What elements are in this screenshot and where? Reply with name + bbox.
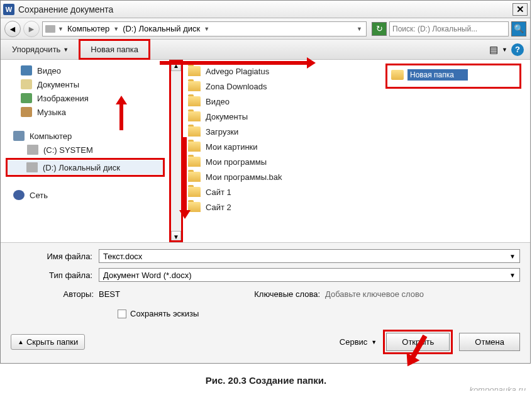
folder-icon bbox=[188, 142, 201, 152]
folder-icon bbox=[391, 70, 404, 80]
music-icon bbox=[21, 107, 32, 117]
chevron-down-icon[interactable]: ▼ bbox=[502, 47, 507, 53]
folder-icon bbox=[188, 187, 201, 197]
scroll-up-icon[interactable]: ▲ bbox=[171, 60, 181, 71]
folder-item[interactable]: Документы bbox=[188, 109, 379, 124]
sidebar-item-images[interactable]: Изображения bbox=[1, 91, 170, 105]
folder-item[interactable]: Загрузки bbox=[188, 124, 379, 139]
help-button[interactable]: ? bbox=[511, 43, 524, 56]
folder-item[interactable]: Мои картинки bbox=[188, 139, 379, 154]
video-icon bbox=[21, 65, 32, 75]
organize-button[interactable]: Упорядочить▼ bbox=[7, 42, 74, 57]
new-folder-name-input[interactable] bbox=[407, 69, 468, 81]
save-dialog: W Сохранение документа ✕ ◄ ► ▼ Компьютер… bbox=[0, 0, 531, 364]
view-mode-icon[interactable]: ▤ bbox=[489, 44, 498, 55]
chevron-down-icon[interactable]: ▼ bbox=[202, 26, 211, 32]
filetype-label: Тип файла: bbox=[11, 271, 99, 280]
chevron-down-icon[interactable]: ▼ bbox=[509, 272, 516, 279]
back-button[interactable]: ◄ bbox=[4, 21, 21, 37]
save-thumbnails-label: Сохранять эскизы bbox=[130, 309, 199, 318]
navbar: ◄ ► ▼ Компьютер ▼ (D:) Локальный диск ▼ … bbox=[1, 18, 530, 40]
window-title: Сохранение документа bbox=[18, 4, 513, 14]
documents-icon bbox=[21, 79, 32, 89]
authors-label: Авторы: bbox=[11, 289, 99, 299]
hide-folders-button[interactable]: ▲Скрыть папки bbox=[11, 334, 85, 350]
file-list: Advego Plagiatus Zona Downloads Видео До… bbox=[182, 60, 385, 242]
folder-item[interactable]: Advego Plagiatus bbox=[188, 64, 379, 79]
filename-label: Имя файла: bbox=[11, 252, 99, 261]
sidebar-item-video[interactable]: Видео bbox=[1, 64, 170, 77]
chevron-down-icon[interactable]: ▼ bbox=[57, 26, 65, 32]
open-button[interactable]: Открыть bbox=[386, 333, 450, 351]
folder-icon bbox=[188, 172, 201, 182]
network-icon bbox=[13, 190, 25, 200]
sidebar-item-music[interactable]: Музыка bbox=[1, 105, 170, 119]
watermark: komponauka.ru bbox=[469, 385, 526, 391]
save-thumbnails-checkbox[interactable] bbox=[118, 310, 126, 318]
close-button[interactable]: ✕ bbox=[513, 3, 528, 16]
chevron-down-icon[interactable]: ▼ bbox=[112, 26, 120, 32]
sidebar-item-drive-c[interactable]: (C:) SYSTEM bbox=[1, 143, 170, 157]
folder-icon bbox=[188, 81, 201, 91]
images-icon bbox=[21, 93, 32, 103]
refresh-button[interactable]: ↻ bbox=[372, 22, 387, 36]
cancel-button[interactable]: Отмена bbox=[459, 333, 520, 351]
authors-value[interactable]: BEST bbox=[99, 289, 224, 299]
chevron-down-icon[interactable]: ▼ bbox=[509, 253, 516, 260]
folder-item[interactable]: Zona Downloads bbox=[188, 79, 379, 94]
word-icon: W bbox=[3, 4, 14, 15]
figure-caption: Рис. 20.3 Создание папки. bbox=[0, 364, 532, 391]
new-folder-button[interactable]: Новая папка bbox=[86, 42, 143, 57]
path-seg-computer[interactable]: Компьютер bbox=[66, 24, 111, 33]
folder-icon bbox=[188, 202, 201, 212]
drive-icon bbox=[27, 145, 38, 155]
computer-icon bbox=[13, 131, 25, 141]
folder-item[interactable]: Мои программы bbox=[188, 154, 379, 169]
folder-icon bbox=[188, 66, 201, 76]
scroll-down-icon[interactable]: ▼ bbox=[171, 231, 181, 242]
new-folder-editing bbox=[385, 64, 521, 89]
folder-icon bbox=[188, 126, 201, 137]
keywords-label: Ключевые слова: bbox=[224, 289, 325, 299]
folder-item[interactable]: Мои программы.bak bbox=[188, 169, 379, 184]
filetype-select[interactable]: Документ Word (*.docx)▼ bbox=[99, 268, 520, 282]
search-button[interactable]: 🔍 bbox=[511, 21, 526, 36]
folder-icon bbox=[188, 96, 201, 106]
sidebar-item-documents[interactable]: Документы bbox=[1, 77, 170, 91]
folder-icon bbox=[188, 157, 201, 167]
forward-button[interactable]: ► bbox=[23, 21, 40, 37]
sidebar-item-drive-d[interactable]: (D:) Локальный диск bbox=[8, 160, 163, 174]
sidebar-item-computer[interactable]: Компьютер bbox=[1, 129, 170, 143]
sidebar-item-network[interactable]: Сеть bbox=[1, 188, 170, 202]
drive-icon bbox=[26, 162, 38, 172]
toolbar: Упорядочить▼ Новая папка ▤ ▼ ? bbox=[1, 40, 530, 60]
chevron-up-icon: ▲ bbox=[18, 338, 24, 345]
filename-input[interactable]: Текст.docx▼ bbox=[99, 249, 520, 263]
folder-item[interactable]: Видео bbox=[188, 94, 379, 109]
path-seg-drive[interactable]: (D:) Локальный диск bbox=[121, 24, 201, 33]
bottom-panel: Имя файла: Текст.docx▼ Тип файла: Докуме… bbox=[1, 242, 530, 363]
address-bar[interactable]: ▼ Компьютер ▼ (D:) Локальный диск ▼ ▼ bbox=[42, 21, 367, 36]
chevron-down-icon[interactable]: ▼ bbox=[355, 26, 363, 32]
service-button[interactable]: Сервис▼ bbox=[340, 337, 377, 347]
folder-item[interactable]: Сайт 2 bbox=[188, 199, 379, 215]
drive-icon bbox=[45, 25, 55, 33]
titlebar: W Сохранение документа ✕ bbox=[1, 1, 530, 18]
folder-item[interactable]: Сайт 1 bbox=[188, 184, 379, 199]
keywords-value[interactable]: Добавьте ключевое слово bbox=[325, 289, 424, 299]
search-input[interactable]: Поиск: (D:) Локальный... bbox=[389, 21, 509, 36]
sidebar: Видео Документы Изображения Музыка Компь… bbox=[1, 60, 170, 242]
sidebar-scrollbar[interactable]: ▲ ▼ bbox=[170, 60, 182, 242]
folder-icon bbox=[188, 111, 201, 121]
